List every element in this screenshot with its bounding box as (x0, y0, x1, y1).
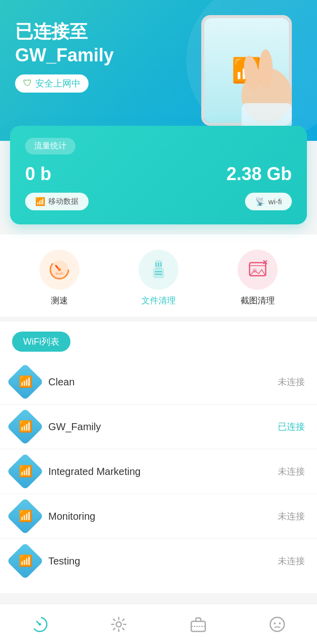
wifi-diamond-icon-monitoring: 📶 (7, 498, 44, 535)
screenshot-icon (247, 259, 269, 281)
traffic-buttons: 📶 移动数据 📡 wi-fi (25, 193, 292, 210)
wifi-status-monitoring: 未连接 (278, 510, 305, 522)
traffic-label: 流量统计 (25, 138, 75, 154)
svg-point-6 (58, 268, 61, 271)
wifi-item-monitoring[interactable]: 📶 Monitoring 未连接 (0, 494, 317, 539)
wifi-item-integrated[interactable]: 📶 Integrated Marketing 未连接 (0, 449, 317, 494)
quick-actions: km/h 测速 文件清理 (0, 234, 317, 316)
wifi-signal-icon: 📶 (19, 510, 32, 523)
wifi-traffic-value: 2.38 Gb (226, 164, 292, 185)
screenshot-clean-label: 截图清理 (241, 295, 275, 306)
safe-badge: 🛡 安全上网中 (15, 74, 89, 93)
speed-test-icon-wrap: km/h (39, 250, 80, 290)
wifi-button[interactable]: 📡 wi-fi (245, 193, 292, 210)
wifi-signal-icon: 📶 (19, 420, 32, 433)
wifi-diamond-icon-clean: 📶 (7, 363, 44, 400)
wifi-list-header: WiFi列表 (0, 321, 317, 360)
wifi-name-gwfamily: GW_Family (48, 421, 278, 433)
wifi-diamond-icon-integrated: 📶 (7, 453, 44, 490)
wifi-signal-icon: 📶 (19, 375, 32, 388)
svg-rect-23 (191, 621, 205, 631)
wifi-diamond-icon-testing: 📶 (7, 542, 44, 580)
wifi-name-clean: Clean (48, 376, 278, 388)
svg-text:km/h: km/h (56, 272, 63, 275)
header-banner: 已连接至 GW_Family 🛡 安全上网中 📶 (0, 0, 317, 141)
svg-point-26 (274, 622, 276, 624)
svg-point-22 (116, 622, 121, 627)
svg-point-25 (270, 617, 284, 631)
nav-tools[interactable] (189, 615, 207, 633)
speedometer-nav-icon (31, 615, 49, 633)
broom-icon (147, 259, 170, 281)
wifi-status-gwfamily: 已连接 (278, 421, 305, 433)
wifi-status-integrated: 未连接 (278, 465, 305, 477)
speedometer-icon: km/h (48, 259, 70, 281)
bottom-nav (0, 604, 317, 644)
wifi-item-clean[interactable]: 📶 Clean 未连接 (0, 360, 317, 405)
wifi-name-monitoring: Monitoring (48, 511, 278, 522)
nav-settings[interactable] (110, 615, 128, 633)
wifi-status-testing: 未连接 (278, 555, 305, 567)
wifi-btn-label: wi-fi (268, 197, 282, 206)
wifi-list-badge: WiFi列表 (12, 332, 70, 352)
nav-speed[interactable] (31, 615, 49, 633)
gear-nav-icon (110, 615, 128, 633)
file-clean-label: 文件清理 (141, 295, 176, 306)
wifi-diamond-icon-gwfamily: 📶 (7, 408, 44, 445)
wifi-status-clean: 未连接 (278, 376, 305, 388)
wifi-signal-icon: 📶 (19, 554, 32, 568)
face-nav-icon (268, 615, 286, 633)
briefcase-nav-icon (189, 615, 207, 633)
screenshot-clean-action[interactable]: 截图清理 (237, 250, 278, 306)
traffic-values-row: 0 b 2.38 Gb (25, 164, 292, 185)
wifi-name-integrated: Integrated Marketing (48, 466, 278, 477)
connected-text: 已连接至 GW_Family (15, 20, 302, 67)
speed-test-label: 测速 (51, 295, 68, 306)
file-clean-action[interactable]: 文件清理 (138, 250, 179, 306)
wifi-item-gwfamily[interactable]: 📶 GW_Family 已连接 (0, 405, 317, 449)
svg-rect-3 (242, 103, 292, 126)
mobile-traffic-value: 0 b (25, 164, 51, 185)
svg-rect-12 (153, 269, 164, 278)
svg-point-27 (279, 622, 281, 624)
connected-label: 已连接至 (15, 21, 88, 42)
speed-test-action[interactable]: km/h 测速 (39, 250, 80, 306)
wifi-item-testing[interactable]: 📶 Testing 未连接 (0, 539, 317, 583)
file-clean-icon-wrap (138, 250, 179, 290)
wifi-name-testing: Testing (48, 555, 278, 567)
wifi-icon: 📡 (255, 197, 265, 206)
bar-chart-icon: 📶 (35, 197, 45, 206)
mobile-data-button[interactable]: 📶 移动数据 (25, 193, 89, 210)
shield-icon: 🛡 (23, 78, 32, 89)
network-name: GW_Family (15, 45, 114, 65)
svg-point-21 (38, 623, 41, 625)
wifi-section: WiFi列表 📶 Clean 未连接 📶 GW_Family 已连接 📶 Int… (0, 321, 317, 593)
nav-profile[interactable] (268, 615, 286, 633)
safe-status: 安全上网中 (35, 77, 81, 90)
mobile-btn-label: 移动数据 (48, 197, 78, 206)
wifi-signal-icon: 📶 (19, 465, 32, 478)
traffic-card: 流量统计 0 b 2.38 Gb 📶 移动数据 📡 wi-fi (10, 126, 307, 224)
screenshot-clean-icon-wrap (237, 250, 278, 290)
